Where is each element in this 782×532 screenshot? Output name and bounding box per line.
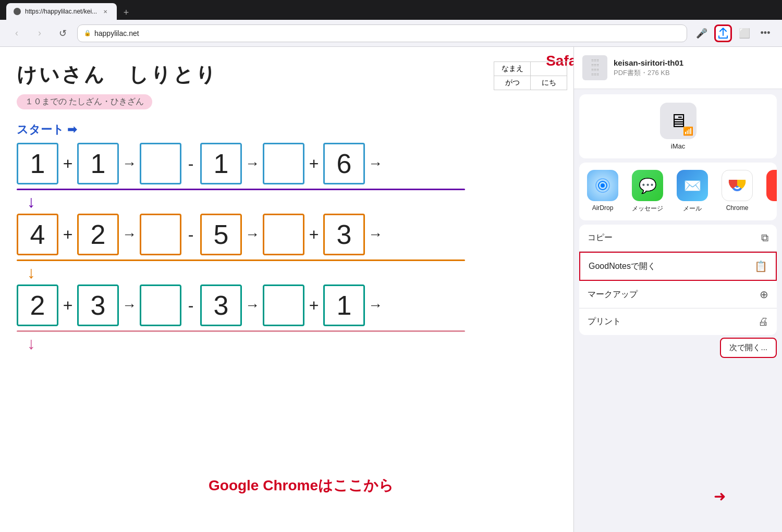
lock-icon: 🔒: [84, 30, 91, 36]
math-op-3-2: -: [185, 296, 197, 315]
math-box-1-3: [140, 143, 181, 184]
next-open-button[interactable]: 次で開く...: [720, 338, 777, 358]
math-box-2-3: [140, 214, 181, 255]
share-app-airdrop[interactable]: AirDrop: [584, 170, 621, 212]
print-icon: 🖨: [758, 316, 768, 328]
chrome-annotation: Google Chromeはここから: [209, 476, 394, 496]
down-arrow-purple: ↓: [27, 192, 35, 212]
url-text: happylilac.net: [94, 29, 139, 38]
browser-toolbar: ‹ › ↺ 🔒 happylilac.net 🎤 ⬜ •••: [0, 20, 782, 47]
connector-line-orange: [17, 259, 465, 261]
share-action-list: コピー ⧉ GoodNotesで開く 📋 マークアップ ⊕ プリント 🖨: [579, 225, 777, 335]
tab-favicon: [14, 8, 21, 15]
share-action-copy[interactable]: コピー ⧉: [579, 225, 777, 252]
chrome-app-icon: [722, 170, 753, 201]
share-icon: [718, 28, 728, 39]
chrome-arrow: ➜: [714, 488, 726, 505]
month-label: がつ: [494, 76, 531, 90]
airdrop-device-label: iMac: [671, 142, 685, 150]
back-button[interactable]: ‹: [8, 25, 25, 42]
mail-app-icon: ✉️: [677, 170, 708, 201]
math-box-2-4: 5: [200, 214, 242, 255]
math-box-3-1: 2: [17, 284, 58, 326]
tab-bar: https://happylilac.net/kei... ✕ +: [0, 0, 782, 20]
share-file-info: keisan-siritori-th01 PDF書類・276 KB: [614, 58, 774, 78]
math-box-3-4: 3: [200, 284, 242, 326]
active-tab[interactable]: https://happylilac.net/kei... ✕: [6, 3, 117, 20]
goodnotes-icon: 📋: [754, 260, 767, 273]
svg-point-2: [601, 183, 605, 188]
math-box-3-5: [263, 284, 304, 326]
share-app-mail[interactable]: ✉️ メール: [674, 170, 711, 213]
name-table: なまえ がつ にち: [494, 61, 567, 90]
print-action-label: プリント: [588, 316, 752, 327]
math-arrow-3-2: →: [245, 297, 260, 314]
airdrop-app-icon: [587, 170, 618, 201]
airdrop-section: 🖥 📶 iMac: [579, 94, 777, 158]
chrome-icon-svg: [727, 175, 748, 196]
math-arrow-2-3: →: [368, 226, 383, 243]
down-arrow-orange: ↓: [27, 263, 35, 282]
share-panel: ⠿⠿⠿⠿⠿⠿⠿⠿⠿⠿⠿⠿ keisan-siritori-th01 PDF書類・…: [573, 47, 782, 532]
share-file-thumbnail: ⠿⠿⠿⠿⠿⠿⠿⠿⠿⠿⠿⠿: [582, 55, 607, 80]
mail-app-label: メール: [683, 204, 702, 213]
worksheet-subtitle: １０までの たしざん・ひきざん: [17, 94, 152, 109]
airdrop-icon-svg: [594, 177, 612, 194]
connector-line-pink: [17, 330, 465, 332]
name-label: なまえ: [494, 62, 531, 76]
math-op-2-1: +: [62, 225, 74, 244]
toolbar-right-buttons: 🎤 ⬜ •••: [693, 24, 774, 42]
math-box-1-6: 6: [323, 143, 365, 184]
airdrop-wave-icon: 📶: [683, 126, 693, 136]
share-action-print[interactable]: プリント 🖨: [579, 308, 777, 335]
name-value[interactable]: [531, 62, 567, 76]
microphone-button[interactable]: 🎤: [693, 25, 710, 42]
math-op-3-3: +: [308, 296, 320, 315]
imac-icon: 🖥 📶: [660, 103, 697, 139]
markup-action-label: マークアップ: [588, 289, 753, 300]
share-action-markup[interactable]: マークアップ ⊕: [579, 281, 777, 308]
math-op-2-2: -: [185, 225, 197, 244]
goodnotes-action-label: GoodNotesで開く: [589, 261, 748, 272]
share-apps-row: AirDrop 💬 メッセージ ✉️ メール: [579, 163, 777, 220]
share-app-messages[interactable]: 💬 メッセージ: [629, 170, 666, 213]
airdrop-device-imac[interactable]: 🖥 📶 iMac: [660, 103, 697, 150]
share-action-goodnotes[interactable]: GoodNotesで開く 📋: [579, 252, 777, 281]
new-tab-button[interactable]: +: [119, 5, 133, 20]
math-arrow-2-2: →: [245, 226, 260, 243]
share-button[interactable]: [714, 24, 732, 42]
chrome-app-label: Chrome: [726, 204, 749, 212]
math-box-3-3: [140, 284, 181, 326]
math-box-3-6: 1: [323, 284, 365, 326]
math-arrow-3-3: →: [368, 297, 383, 314]
down-arrow-pink: ↓: [27, 334, 35, 353]
share-panel-header: ⠿⠿⠿⠿⠿⠿⠿⠿⠿⠿⠿⠿ keisan-siritori-th01 PDF書類・…: [574, 47, 782, 89]
address-bar[interactable]: 🔒 happylilac.net: [77, 24, 687, 42]
page-content: Safariはここから ➜ けいさん しりとり １０までの たしざん・ひきざん …: [0, 47, 782, 532]
share-app-chrome[interactable]: Chrome: [719, 170, 755, 212]
forward-button[interactable]: ›: [31, 25, 48, 42]
math-arrow-1-1: →: [122, 155, 137, 172]
reload-button[interactable]: ↺: [54, 25, 71, 42]
messages-app-label: メッセージ: [632, 204, 663, 213]
math-box-2-6: 3: [323, 214, 365, 255]
name-table-container: なまえ がつ にち: [494, 61, 567, 90]
more-button[interactable]: •••: [757, 25, 774, 42]
markup-icon: ⊕: [760, 288, 768, 301]
more-app-icon: Pi: [766, 170, 777, 201]
math-op-1-1: +: [62, 154, 74, 174]
math-box-1-4: 1: [200, 143, 242, 184]
next-btn-container: 次で開く...: [574, 335, 782, 366]
share-app-more[interactable]: Pi Pi: [764, 170, 777, 212]
math-op-1-3: +: [308, 154, 320, 174]
math-box-3-2: 3: [77, 284, 119, 326]
math-arrow-1-2: →: [245, 155, 260, 172]
math-arrow-1-3: →: [368, 155, 383, 172]
share-file-name: keisan-siritori-th01: [614, 58, 774, 67]
copy-icon: ⧉: [761, 232, 768, 244]
day-label: にち: [531, 76, 567, 90]
math-box-1-5: [263, 143, 304, 184]
tab-close-button[interactable]: ✕: [101, 7, 109, 16]
tab-overview-button[interactable]: ⬜: [736, 25, 753, 42]
airdrop-app-label: AirDrop: [592, 204, 614, 212]
